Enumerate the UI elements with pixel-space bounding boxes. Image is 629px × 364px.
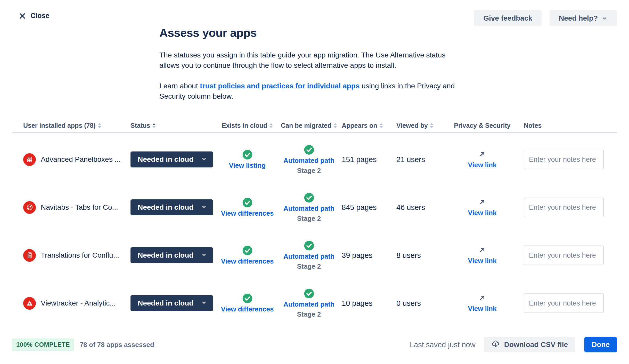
intro-paragraph: The statuses you assign in this table gu…: [159, 50, 462, 71]
column-header-privacy-security: Privacy & Security: [454, 122, 511, 129]
app-icon: [23, 201, 36, 214]
appears-on-cell: 151 pages: [339, 155, 394, 164]
close-button[interactable]: Close: [19, 12, 50, 20]
chevron-down-icon: [201, 251, 207, 259]
app-icon: [23, 297, 36, 310]
need-help-button[interactable]: Need help?: [550, 10, 617, 26]
learn-prefix: Learn about: [159, 82, 200, 90]
exists-in-cloud-cell: View differences: [216, 293, 279, 313]
done-button[interactable]: Done: [584, 337, 617, 352]
stage-label: Stage 2: [297, 263, 321, 270]
assessed-count: 78 of 78 apps assessed: [80, 341, 154, 349]
status-dropdown[interactable]: Needed in cloud: [130, 199, 213, 215]
sort-icon: [333, 123, 337, 128]
sort-icon: [152, 123, 156, 128]
viewed-by-cell: 0 users: [394, 299, 448, 308]
column-header-exists-in-cloud[interactable]: Exists in cloud: [222, 122, 273, 129]
give-feedback-button[interactable]: Give feedback: [474, 10, 542, 26]
exists-link[interactable]: View differences: [221, 305, 274, 313]
column-header-can-be-migrated[interactable]: Can be migrated: [281, 122, 337, 129]
notes-cell: [516, 246, 617, 265]
notes-input[interactable]: [524, 246, 604, 265]
done-label: Done: [592, 341, 610, 349]
table-row: Advanced Panelboxes ... Needed in cloud …: [12, 136, 617, 183]
table-header-row: User installed apps (78) Status Exists i…: [12, 119, 617, 129]
users-count: 8 users: [396, 251, 421, 259]
column-header-notes: Notes: [524, 122, 542, 129]
chevron-down-icon: [201, 299, 207, 307]
users-count: 0 users: [396, 299, 421, 307]
migrate-path-link[interactable]: Automated path: [283, 252, 334, 260]
exists-link[interactable]: View differences: [221, 209, 274, 217]
table-row: Navitabs - Tabs for Co... Needed in clou…: [12, 183, 617, 231]
trust-policies-link[interactable]: trust policies and practices for individ…: [200, 82, 360, 90]
status-dropdown[interactable]: Needed in cloud: [130, 151, 213, 167]
pages-count: 151 pages: [342, 155, 377, 164]
pages-count: 10 pages: [342, 299, 372, 307]
privacy-view-link[interactable]: View link: [468, 161, 497, 169]
external-link-icon: [478, 294, 486, 303]
check-circle-icon: [242, 197, 253, 208]
stage-label: Stage 2: [297, 167, 321, 175]
page-title: Assess your apps: [159, 26, 462, 40]
status-dropdown[interactable]: Needed in cloud: [130, 247, 213, 263]
table-body: Advanced Panelboxes ... Needed in cloud …: [12, 133, 617, 327]
intro-section: Assess your apps The statuses you assign…: [159, 26, 462, 101]
download-csv-button[interactable]: Download CSV file: [484, 337, 575, 352]
need-help-label: Need help?: [559, 14, 598, 22]
exists-link[interactable]: View differences: [221, 257, 274, 265]
viewed-by-cell: 8 users: [394, 251, 448, 260]
close-label: Close: [30, 12, 50, 20]
check-circle-icon: [304, 240, 314, 251]
give-feedback-label: Give feedback: [483, 14, 532, 22]
status-label: Needed in cloud: [138, 251, 193, 259]
app-cell: Translations for Conflu...: [12, 249, 130, 262]
can-be-migrated-cell: Automated path Stage 2: [279, 240, 339, 270]
can-be-migrated-cell: Automated path Stage 2: [279, 145, 339, 175]
privacy-security-cell: View link: [448, 150, 516, 169]
column-header-appears-on[interactable]: Appears on: [342, 122, 383, 129]
notes-input[interactable]: [524, 198, 604, 217]
migrate-path-link[interactable]: Automated path: [283, 300, 334, 308]
column-header-viewed-by[interactable]: Viewed by: [396, 122, 434, 129]
exists-link[interactable]: View listing: [229, 162, 266, 170]
status-label: Needed in cloud: [138, 299, 193, 307]
can-be-migrated-cell: Automated path Stage 2: [279, 192, 339, 223]
pages-count: 39 pages: [342, 251, 372, 259]
exists-in-cloud-cell: View differences: [216, 197, 279, 217]
viewed-by-cell: 21 users: [394, 155, 448, 164]
status-dropdown[interactable]: Needed in cloud: [130, 295, 213, 311]
viewed-by-cell: 46 users: [394, 203, 448, 212]
app-cell: Viewtracker - Analytic...: [12, 297, 130, 310]
app-icon: [23, 249, 36, 262]
column-header-status[interactable]: Status: [130, 122, 156, 129]
exists-in-cloud-cell: View differences: [216, 245, 279, 265]
column-header-user-installed-apps-78[interactable]: User installed apps (78): [23, 122, 101, 129]
appears-on-cell: 10 pages: [339, 299, 394, 308]
cloud-download-icon: [491, 340, 500, 350]
chevron-down-icon: [201, 155, 207, 164]
privacy-view-link[interactable]: View link: [468, 209, 497, 217]
notes-input[interactable]: [524, 293, 604, 313]
migrate-path-link[interactable]: Automated path: [283, 205, 334, 213]
status-label: Needed in cloud: [138, 155, 193, 164]
exists-in-cloud-cell: View listing: [216, 149, 279, 170]
privacy-view-link[interactable]: View link: [468, 257, 497, 265]
migrate-path-link[interactable]: Automated path: [283, 157, 334, 165]
can-be-migrated-cell: Automated path Stage 2: [279, 288, 339, 318]
notes-cell: [516, 198, 617, 217]
pages-count: 845 pages: [342, 203, 377, 211]
check-circle-icon: [304, 288, 314, 299]
table-row: Translations for Conflu... Needed in clo…: [12, 231, 617, 279]
privacy-view-link[interactable]: View link: [468, 305, 497, 313]
last-saved-text: Last saved just now: [410, 341, 476, 349]
external-link-icon: [478, 246, 486, 255]
status-label: Needed in cloud: [138, 203, 193, 211]
notes-input[interactable]: [524, 150, 604, 169]
app-name: Advanced Panelboxes ...: [41, 155, 121, 164]
apps-table: User installed apps (78) Status Exists i…: [12, 119, 617, 327]
users-count: 46 users: [396, 203, 425, 211]
check-circle-icon: [304, 145, 314, 155]
appears-on-cell: 845 pages: [339, 203, 394, 212]
sort-icon: [379, 123, 383, 128]
